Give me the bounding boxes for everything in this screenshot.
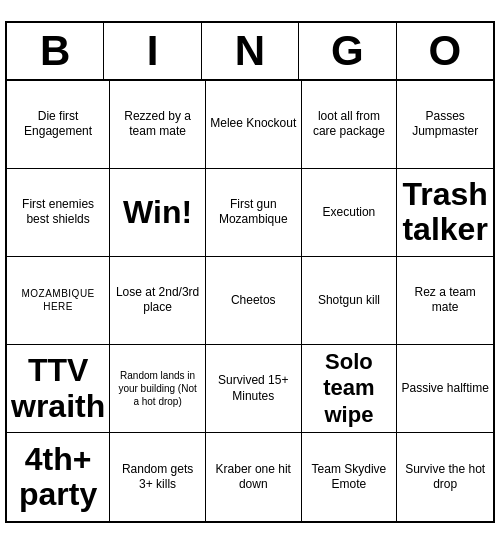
cell-text: Die first Engagement (11, 109, 105, 140)
bingo-cell: Survive the hot drop (397, 433, 493, 521)
bingo-cell: loot all from care package (302, 81, 398, 169)
bingo-cell: First enemies best shields (7, 169, 110, 257)
cell-text: TTV wraith (11, 353, 105, 423)
cell-text: MOZAMBIQUE HERE (11, 287, 105, 313)
bingo-cell: Rez a team mate (397, 257, 493, 345)
cell-text: Solo team wipe (306, 349, 393, 428)
cell-text: Lose at 2nd/3rd place (114, 285, 201, 316)
bingo-cell: First gun Mozambique (206, 169, 302, 257)
cell-text: First gun Mozambique (210, 197, 297, 228)
bingo-cell: Win! (110, 169, 206, 257)
bingo-cell: Survived 15+ Minutes (206, 345, 302, 433)
cell-text: Team Skydive Emote (306, 462, 393, 493)
bingo-cell: Shotgun kill (302, 257, 398, 345)
cell-text: First enemies best shields (11, 197, 105, 228)
header-letter: B (7, 23, 104, 79)
bingo-cell: Trash talker (397, 169, 493, 257)
bingo-cell: Kraber one hit down (206, 433, 302, 521)
cell-text: Shotgun kill (318, 293, 380, 309)
cell-text: Rez a team mate (401, 285, 489, 316)
cell-text: Random gets 3+ kills (114, 462, 201, 493)
bingo-header: BINGO (7, 23, 493, 81)
header-letter: I (104, 23, 201, 79)
header-letter: N (202, 23, 299, 79)
bingo-cell: Execution (302, 169, 398, 257)
bingo-cell: Cheetos (206, 257, 302, 345)
cell-text: Kraber one hit down (210, 462, 297, 493)
bingo-cell: Solo team wipe (302, 345, 398, 433)
cell-text: Execution (323, 205, 376, 221)
bingo-cell: Team Skydive Emote (302, 433, 398, 521)
cell-text: Cheetos (231, 293, 276, 309)
header-letter: G (299, 23, 396, 79)
bingo-grid: Die first EngagementRezzed by a team mat… (7, 81, 493, 522)
bingo-cell: MOZAMBIQUE HERE (7, 257, 110, 345)
cell-text: loot all from care package (306, 109, 393, 140)
header-letter: O (397, 23, 493, 79)
cell-text: Passes Jumpmaster (401, 109, 489, 140)
cell-text: Passive halftime (401, 381, 488, 397)
bingo-cell: TTV wraith (7, 345, 110, 433)
bingo-cell: Passive halftime (397, 345, 493, 433)
cell-text: Survive the hot drop (401, 462, 489, 493)
bingo-cell: Melee Knockout (206, 81, 302, 169)
bingo-card: BINGO Die first EngagementRezzed by a te… (5, 21, 495, 524)
cell-text: Win! (123, 195, 192, 230)
bingo-cell: Rezzed by a team mate (110, 81, 206, 169)
bingo-cell: Random lands in your building (Not a hot… (110, 345, 206, 433)
cell-text: Rezzed by a team mate (114, 109, 201, 140)
bingo-cell: Passes Jumpmaster (397, 81, 493, 169)
cell-text: Melee Knockout (210, 116, 296, 132)
cell-text: Random lands in your building (Not a hot… (114, 369, 201, 408)
bingo-cell: Die first Engagement (7, 81, 110, 169)
bingo-cell: Lose at 2nd/3rd place (110, 257, 206, 345)
cell-text: Trash talker (401, 177, 489, 247)
cell-text: Survived 15+ Minutes (210, 373, 297, 404)
bingo-cell: 4th+ party (7, 433, 110, 521)
bingo-cell: Random gets 3+ kills (110, 433, 206, 521)
cell-text: 4th+ party (11, 442, 105, 512)
